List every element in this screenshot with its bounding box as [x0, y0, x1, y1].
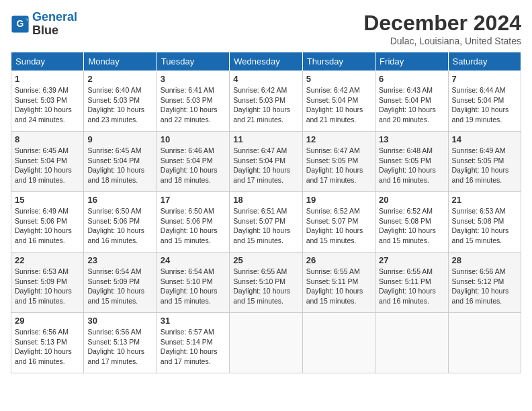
day-info: Sunrise: 6:52 AM Sunset: 5:08 PM Dayligh… — [379, 206, 444, 246]
day-info: Sunrise: 6:41 AM Sunset: 5:03 PM Dayligh… — [161, 85, 226, 125]
day-info: Sunrise: 6:42 AM Sunset: 5:03 PM Dayligh… — [233, 85, 298, 125]
calendar-cell: 15Sunrise: 6:49 AM Sunset: 5:06 PM Dayli… — [11, 192, 84, 253]
day-info: Sunrise: 6:49 AM Sunset: 5:06 PM Dayligh… — [15, 206, 80, 246]
calendar-week-row: 8Sunrise: 6:45 AM Sunset: 5:04 PM Daylig… — [11, 132, 521, 192]
calendar-cell: 11Sunrise: 6:47 AM Sunset: 5:04 PM Dayli… — [230, 132, 302, 192]
calendar-cell: 25Sunrise: 6:55 AM Sunset: 5:10 PM Dayli… — [230, 253, 302, 313]
day-info: Sunrise: 6:55 AM Sunset: 5:10 PM Dayligh… — [233, 267, 298, 306]
day-number: 3 — [161, 74, 226, 84]
day-number: 29 — [15, 316, 80, 326]
calendar-cell: 31Sunrise: 6:57 AM Sunset: 5:14 PM Dayli… — [157, 313, 229, 373]
day-number: 8 — [15, 134, 80, 144]
day-number: 22 — [15, 255, 80, 265]
weekday-header: Saturday — [448, 52, 521, 71]
calendar-cell: 12Sunrise: 6:47 AM Sunset: 5:05 PM Dayli… — [302, 132, 375, 192]
calendar-header-row: SundayMondayTuesdayWednesdayThursdayFrid… — [11, 52, 521, 71]
header: G General Blue December 2024 Dulac, Loui… — [11, 11, 521, 46]
calendar-cell — [302, 313, 375, 373]
calendar-week-row: 29Sunrise: 6:56 AM Sunset: 5:13 PM Dayli… — [11, 313, 521, 373]
calendar-cell: 1Sunrise: 6:39 AM Sunset: 5:03 PM Daylig… — [11, 71, 84, 132]
day-info: Sunrise: 6:56 AM Sunset: 5:13 PM Dayligh… — [87, 327, 152, 367]
weekday-header: Wednesday — [230, 52, 302, 71]
day-number: 16 — [87, 195, 152, 205]
day-number: 12 — [306, 134, 371, 144]
calendar-cell: 24Sunrise: 6:54 AM Sunset: 5:10 PM Dayli… — [157, 253, 229, 313]
day-info: Sunrise: 6:49 AM Sunset: 5:05 PM Dayligh… — [452, 146, 517, 185]
day-info: Sunrise: 6:45 AM Sunset: 5:04 PM Dayligh… — [15, 146, 80, 185]
calendar-cell: 21Sunrise: 6:53 AM Sunset: 5:08 PM Dayli… — [448, 192, 521, 253]
weekday-header: Thursday — [302, 52, 375, 71]
weekday-header: Tuesday — [157, 52, 229, 71]
logo-icon: G — [11, 15, 30, 34]
day-info: Sunrise: 6:55 AM Sunset: 5:11 PM Dayligh… — [306, 267, 371, 306]
day-number: 2 — [87, 74, 152, 84]
day-info: Sunrise: 6:47 AM Sunset: 5:04 PM Dayligh… — [233, 146, 298, 185]
calendar-cell: 22Sunrise: 6:53 AM Sunset: 5:09 PM Dayli… — [11, 253, 84, 313]
day-info: Sunrise: 6:54 AM Sunset: 5:10 PM Dayligh… — [161, 267, 226, 306]
calendar-cell — [230, 313, 302, 373]
day-number: 19 — [306, 195, 371, 205]
day-info: Sunrise: 6:50 AM Sunset: 5:06 PM Dayligh… — [161, 206, 226, 246]
logo-text: General Blue — [32, 11, 77, 38]
calendar-week-row: 22Sunrise: 6:53 AM Sunset: 5:09 PM Dayli… — [11, 253, 521, 313]
day-number: 20 — [379, 195, 444, 205]
day-info: Sunrise: 6:43 AM Sunset: 5:04 PM Dayligh… — [379, 85, 444, 125]
day-number: 4 — [233, 74, 298, 84]
calendar-cell — [448, 313, 521, 373]
day-number: 23 — [87, 255, 152, 265]
calendar-cell: 26Sunrise: 6:55 AM Sunset: 5:11 PM Dayli… — [302, 253, 375, 313]
day-number: 13 — [379, 134, 444, 144]
calendar-cell: 16Sunrise: 6:50 AM Sunset: 5:06 PM Dayli… — [84, 192, 157, 253]
calendar-cell: 2Sunrise: 6:40 AM Sunset: 5:03 PM Daylig… — [84, 71, 157, 132]
weekday-header: Friday — [375, 52, 448, 71]
calendar: SundayMondayTuesdayWednesdayThursdayFrid… — [11, 52, 521, 373]
day-number: 26 — [306, 255, 371, 265]
month-title: December 2024 — [363, 11, 521, 36]
day-info: Sunrise: 6:39 AM Sunset: 5:03 PM Dayligh… — [15, 85, 80, 125]
calendar-cell: 14Sunrise: 6:49 AM Sunset: 5:05 PM Dayli… — [448, 132, 521, 192]
day-number: 7 — [452, 74, 517, 84]
calendar-cell: 19Sunrise: 6:52 AM Sunset: 5:07 PM Dayli… — [302, 192, 375, 253]
weekday-header: Monday — [84, 52, 157, 71]
day-number: 30 — [87, 316, 152, 326]
day-number: 17 — [161, 195, 226, 205]
day-number: 27 — [379, 255, 444, 265]
day-info: Sunrise: 6:40 AM Sunset: 5:03 PM Dayligh… — [87, 85, 152, 125]
day-info: Sunrise: 6:45 AM Sunset: 5:04 PM Dayligh… — [87, 146, 152, 185]
day-info: Sunrise: 6:46 AM Sunset: 5:04 PM Dayligh… — [161, 146, 226, 185]
title-area: December 2024 Dulac, Louisiana, United S… — [363, 11, 521, 46]
calendar-cell: 30Sunrise: 6:56 AM Sunset: 5:13 PM Dayli… — [84, 313, 157, 373]
day-number: 25 — [233, 255, 298, 265]
calendar-cell: 13Sunrise: 6:48 AM Sunset: 5:05 PM Dayli… — [375, 132, 448, 192]
day-info: Sunrise: 6:53 AM Sunset: 5:08 PM Dayligh… — [452, 206, 517, 246]
day-info: Sunrise: 6:56 AM Sunset: 5:12 PM Dayligh… — [452, 267, 517, 306]
day-info: Sunrise: 6:57 AM Sunset: 5:14 PM Dayligh… — [161, 327, 226, 367]
day-info: Sunrise: 6:44 AM Sunset: 5:04 PM Dayligh… — [452, 85, 517, 125]
day-number: 21 — [452, 195, 517, 205]
day-info: Sunrise: 6:50 AM Sunset: 5:06 PM Dayligh… — [87, 206, 152, 246]
logo: G General Blue — [11, 11, 77, 38]
day-info: Sunrise: 6:53 AM Sunset: 5:09 PM Dayligh… — [15, 267, 80, 306]
calendar-cell: 20Sunrise: 6:52 AM Sunset: 5:08 PM Dayli… — [375, 192, 448, 253]
calendar-week-row: 1Sunrise: 6:39 AM Sunset: 5:03 PM Daylig… — [11, 71, 521, 132]
location: Dulac, Louisiana, United States — [363, 36, 521, 46]
day-number: 6 — [379, 74, 444, 84]
svg-text:G: G — [17, 18, 24, 29]
calendar-cell: 10Sunrise: 6:46 AM Sunset: 5:04 PM Dayli… — [157, 132, 229, 192]
day-info: Sunrise: 6:48 AM Sunset: 5:05 PM Dayligh… — [379, 146, 444, 185]
day-info: Sunrise: 6:54 AM Sunset: 5:09 PM Dayligh… — [87, 267, 152, 306]
day-number: 9 — [87, 134, 152, 144]
calendar-cell: 28Sunrise: 6:56 AM Sunset: 5:12 PM Dayli… — [448, 253, 521, 313]
day-number: 24 — [161, 255, 226, 265]
calendar-cell: 29Sunrise: 6:56 AM Sunset: 5:13 PM Dayli… — [11, 313, 84, 373]
calendar-cell: 4Sunrise: 6:42 AM Sunset: 5:03 PM Daylig… — [230, 71, 302, 132]
day-number: 11 — [233, 134, 298, 144]
calendar-week-row: 15Sunrise: 6:49 AM Sunset: 5:06 PM Dayli… — [11, 192, 521, 253]
day-info: Sunrise: 6:47 AM Sunset: 5:05 PM Dayligh… — [306, 146, 371, 185]
calendar-cell: 18Sunrise: 6:51 AM Sunset: 5:07 PM Dayli… — [230, 192, 302, 253]
day-info: Sunrise: 6:55 AM Sunset: 5:11 PM Dayligh… — [379, 267, 444, 306]
calendar-cell: 17Sunrise: 6:50 AM Sunset: 5:06 PM Dayli… — [157, 192, 229, 253]
calendar-cell: 9Sunrise: 6:45 AM Sunset: 5:04 PM Daylig… — [84, 132, 157, 192]
day-info: Sunrise: 6:42 AM Sunset: 5:04 PM Dayligh… — [306, 85, 371, 125]
day-info: Sunrise: 6:52 AM Sunset: 5:07 PM Dayligh… — [306, 206, 371, 246]
